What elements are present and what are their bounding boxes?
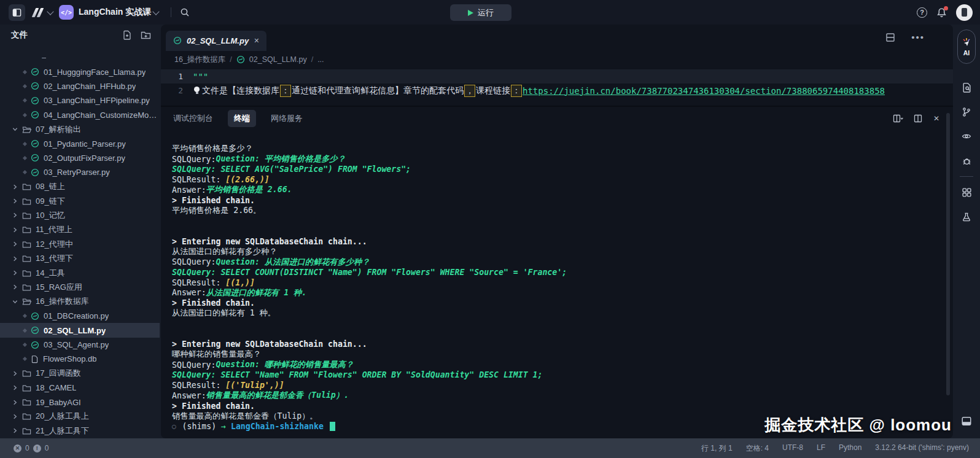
terminal-line: SQLQuery:Question: 从法国进口的鲜花有多少种？	[172, 257, 953, 267]
sidebar-toggle-button[interactable]	[9, 4, 25, 21]
run-label: 运行	[478, 7, 494, 18]
terminal-line: 哪种鲜花的销售量最高？	[172, 349, 953, 360]
new-file-icon[interactable]	[122, 30, 132, 40]
close-panel-icon[interactable]: ✕	[933, 114, 939, 123]
terminal-text: [(1,)]	[225, 278, 255, 287]
panel-toggle-icon[interactable]	[953, 409, 980, 433]
ai-assistant-button[interactable]: AI	[957, 29, 976, 64]
help-icon[interactable]: ?	[917, 7, 927, 18]
tree-item[interactable]: 19_BabyAGI	[0, 395, 160, 409]
tab-02-sql-llm[interactable]: 02_SQL_LLM.py ✕	[166, 31, 266, 51]
tree-item[interactable]: 16_操作数据库	[0, 295, 160, 309]
search-icon[interactable]	[180, 7, 190, 17]
tree-item[interactable]: 11_代理上	[0, 223, 160, 237]
tree-item[interactable]: 12_代理中	[0, 237, 160, 251]
project-chevron-down-icon[interactable]	[153, 8, 160, 15]
code-line[interactable]: 1"""	[161, 69, 953, 83]
extensions-grid-icon[interactable]	[953, 180, 980, 204]
tree-item[interactable]: 15_RAG应用	[0, 280, 160, 294]
git-branch-icon[interactable]	[953, 99, 980, 124]
terminal-text: Answer:	[172, 391, 206, 400]
tree-item[interactable]: 03_RetryParser.py	[0, 165, 160, 179]
terminal-text: ○	[172, 422, 176, 430]
statusbar-item[interactable]: LF	[817, 443, 825, 454]
flask-icon[interactable]	[953, 204, 980, 229]
warnings-count: 0	[45, 444, 49, 452]
tree-item[interactable]: 07_解析输出	[0, 122, 160, 136]
warnings-icon: !	[33, 444, 41, 452]
split-editor-icon[interactable]	[885, 33, 895, 42]
terminal-line: 平均销售价格是多少？	[172, 144, 953, 154]
tree-item[interactable]: 10_记忆	[0, 208, 160, 222]
tree-item[interactable]: 01_DBCreation.py	[0, 309, 160, 323]
run-button[interactable]: 运行	[450, 4, 511, 21]
breadcrumb-folder[interactable]: 16_操作数据库	[174, 55, 225, 65]
explorer-title: 文件	[11, 29, 122, 41]
panel-tab[interactable]: 终端	[228, 110, 256, 127]
logo-chevron-down-icon[interactable]	[47, 8, 53, 15]
breadcrumb[interactable]: 16_操作数据库 / 02_SQL_LLM.py / ...	[161, 52, 953, 68]
new-folder-icon[interactable]	[141, 30, 151, 40]
avatar[interactable]	[956, 4, 973, 21]
breadcrumb-more[interactable]: ...	[317, 55, 324, 64]
line-number: 2	[161, 86, 193, 95]
split-terminal-icon[interactable]	[893, 114, 903, 123]
code-text: 课程链接	[476, 85, 510, 96]
terminal-cursor	[330, 422, 335, 431]
file-search-icon[interactable]	[953, 75, 980, 99]
maximize-panel-icon[interactable]	[914, 114, 923, 123]
bug-icon[interactable]	[953, 149, 980, 173]
rail-divider	[960, 173, 973, 180]
panel-tab[interactable]: 网络服务	[271, 113, 303, 124]
tree-item[interactable]: 08_链上	[0, 180, 160, 194]
errors-icon: ✕	[14, 444, 21, 452]
statusbar-item[interactable]: UTF-8	[782, 443, 803, 454]
breadcrumb-file[interactable]: 02_SQL_LLM.py	[249, 55, 307, 64]
tree-item[interactable]: 04_LangChain_CustomizeMod...	[0, 108, 160, 122]
terminal-text: 哪种鲜花的销售量最高？	[172, 349, 261, 360]
tree-item[interactable]: 20_人脉工具上	[0, 409, 160, 424]
tree-item[interactable]: 03_SQL_Agent.py	[0, 338, 160, 352]
panel-tab[interactable]: 调试控制台	[173, 113, 213, 124]
tree-item[interactable]: 17_回调函数	[0, 367, 160, 381]
modified-bullet	[23, 84, 27, 88]
terminal-text: Question: 从法国进口的鲜花有多少种？	[216, 257, 370, 268]
statusbar-item[interactable]: 3.12.2 64-bit ('shims': pyenv)	[875, 443, 969, 454]
lightbulb-icon[interactable]	[193, 87, 201, 95]
statusbar-item[interactable]: Python	[839, 443, 861, 454]
tree-item[interactable]: 09_链下	[0, 194, 160, 208]
right-activity-bar: AI	[953, 25, 980, 438]
statusbar-item[interactable]: 空格: 4	[746, 443, 769, 454]
code-link[interactable]: https://juejin.cn/book/73877023474361303…	[523, 86, 885, 96]
tree-item[interactable]: 02_LangChain_HFHub.py	[0, 79, 160, 93]
terminal-text: Question: 平均销售价格是多少？	[216, 153, 345, 165]
terminal-line: SQLQuery: SELECT COUNT(DISTINCT "Name") …	[172, 267, 953, 278]
tree-item[interactable]: –	[0, 50, 160, 64]
tree-item[interactable]: 02_OutputFixParser.py	[0, 151, 160, 165]
tree-item[interactable]: 21_人脉工具下	[0, 424, 160, 438]
python-file-icon	[173, 36, 182, 45]
project-name[interactable]: LangChain 实战课	[79, 7, 151, 18]
problems-summary[interactable]: ✕ 0 ! 0	[14, 444, 49, 452]
tree-item[interactable]: 14_工具	[0, 266, 160, 280]
tree-item[interactable]: 18_CAMEL	[0, 381, 160, 395]
terminal-line: > Finished chain.	[172, 298, 953, 308]
code-editor[interactable]: 1"""2文件是【连接数据库：通过链和代理查询鲜花信息】章节的配套代码，课程链接…	[161, 68, 953, 106]
tree-item[interactable]: 03_LangChain_HFPipeline.py	[0, 93, 160, 107]
app-logo[interactable]	[34, 8, 42, 17]
terminal-output[interactable]: 平均销售价格是多少？SQLQuery:Question: 平均销售价格是多少？S…	[161, 144, 953, 438]
terminal-line: > Finished chain.	[172, 401, 953, 411]
terminal-text: Answer:	[172, 185, 206, 195]
tree-item[interactable]: FlowerShop.db	[0, 352, 160, 366]
terminal-scrollbar[interactable]	[946, 113, 950, 395]
eye-icon[interactable]	[953, 124, 980, 149]
statusbar-item[interactable]: 行 1, 列 1	[701, 443, 733, 454]
notifications-button[interactable]	[936, 7, 947, 18]
tree-item[interactable]: 01_HugggingFace_Llama.py	[0, 64, 160, 79]
tree-item[interactable]: 01_Pydantic_Parser.py	[0, 136, 160, 150]
tab-close-icon[interactable]: ✕	[254, 37, 259, 45]
code-line[interactable]: 2文件是【连接数据库：通过链和代理查询鲜花信息】章节的配套代码，课程链接：htt…	[161, 83, 953, 98]
tree-item[interactable]: 13_代理下	[0, 251, 160, 265]
tree-item[interactable]: 02_SQL_LLM.py	[0, 323, 160, 337]
more-actions-icon[interactable]: •••	[911, 32, 925, 42]
